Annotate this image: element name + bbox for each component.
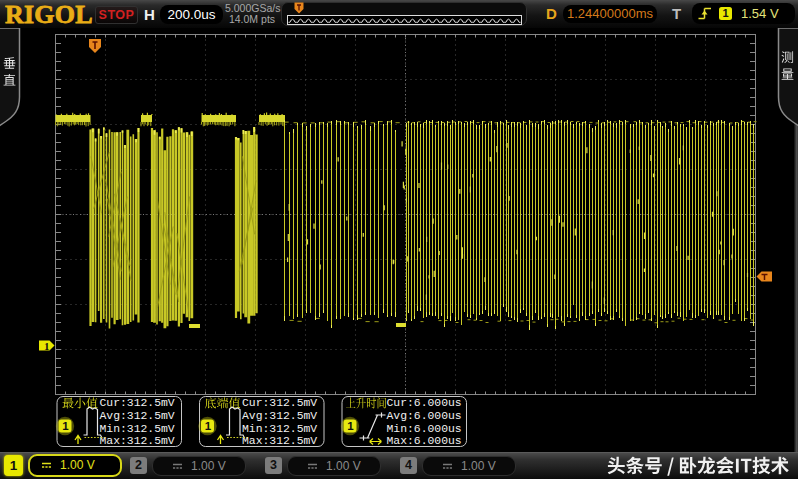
svg-text:Max:312.5mV: Max:312.5mV [100, 435, 175, 447]
svg-text:Cur:6.000us: Cur:6.000us [387, 397, 462, 409]
svg-text:Max:6.000us: Max:6.000us [387, 435, 462, 447]
svg-text:Max:312.5mV: Max:312.5mV [242, 435, 317, 447]
svg-text:Cur:312.5mV: Cur:312.5mV [242, 397, 317, 409]
svg-text:Avg:312.5mV: Avg:312.5mV [242, 410, 317, 422]
svg-text:Avg:6.000us: Avg:6.000us [387, 410, 462, 422]
svg-text:1: 1 [62, 420, 69, 432]
svg-text:1: 1 [205, 420, 212, 432]
svg-text:Avg:312.5mV: Avg:312.5mV [100, 410, 175, 422]
svg-text:1: 1 [347, 420, 354, 432]
svg-text:Min:312.5mV: Min:312.5mV [242, 423, 317, 435]
svg-text:1: 1 [44, 340, 50, 352]
svg-text:Min:6.000us: Min:6.000us [387, 423, 462, 435]
svg-text:Cur:312.5mV: Cur:312.5mV [100, 397, 175, 409]
svg-text:Min:312.5mV: Min:312.5mV [100, 423, 175, 435]
